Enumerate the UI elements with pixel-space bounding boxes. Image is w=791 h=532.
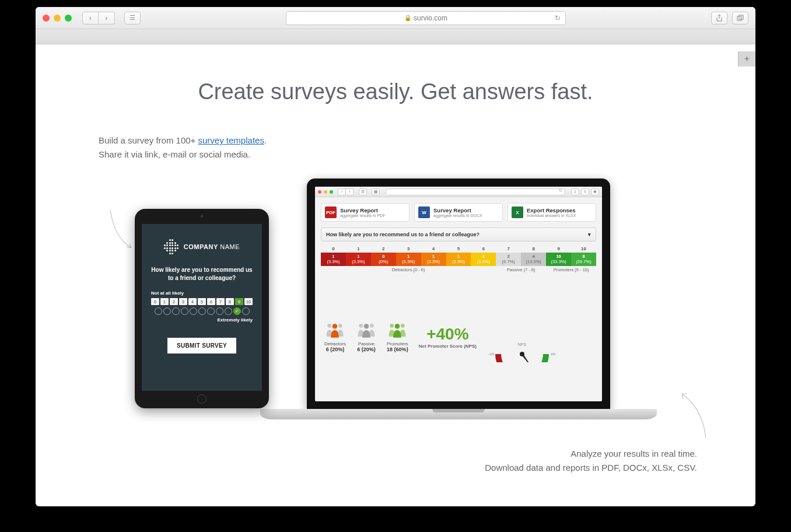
reload-icon[interactable]: ↻: [555, 14, 561, 22]
laptop-screen: ‹ › ☰ ▦ ⇩ ⇧ ✱: [307, 178, 610, 410]
low-anchor-label: Not at all likely: [151, 290, 253, 296]
tab-bar: +: [36, 29, 755, 44]
promoters-range-label: Promoters (9 - 10): [546, 267, 596, 272]
tablet-mockup: COMPANY NAME How likely are you to recom…: [135, 209, 269, 408]
rating-dot-3[interactable]: [181, 307, 188, 315]
svg-point-6: [370, 324, 374, 328]
rating-dot-1[interactable]: [163, 307, 171, 315]
rating-number-1[interactable]: 1: [160, 298, 169, 305]
mini-settings-button[interactable]: ✱: [591, 188, 599, 195]
laptop-base: [260, 409, 657, 419]
question-text: How likely are you to recommend us to a …: [326, 232, 480, 237]
rating-dot-row: ✓: [150, 307, 254, 315]
safari-toolbar: ‹ › ☰ 🔒 survio.com ↻: [36, 7, 755, 29]
mini-close-button[interactable]: [318, 190, 321, 194]
xlsx-icon: X: [512, 206, 523, 218]
export-card-pdf[interactable]: PDFSurvey Reportaggregate results in PDF: [321, 203, 410, 222]
tabs-button[interactable]: [732, 12, 748, 24]
mini-download-button[interactable]: ⇩: [571, 188, 579, 195]
zoom-window-button[interactable]: [65, 15, 72, 22]
back-button[interactable]: ‹: [82, 12, 99, 24]
nps-score: +40% Net Promoter Score (NPS): [419, 325, 477, 349]
sidebar-toggle-button[interactable]: ☰: [124, 12, 141, 24]
logo-dots-icon: [164, 239, 179, 254]
arrow-right-icon: [674, 386, 715, 444]
docx-icon: W: [418, 206, 430, 218]
mini-forward-button[interactable]: ›: [346, 188, 354, 195]
svg-point-21: [520, 352, 524, 356]
nps-cell-0: 01(3.3%): [321, 245, 346, 266]
rating-number-10[interactable]: 10: [244, 298, 253, 305]
rating-number-2[interactable]: 2: [170, 298, 178, 305]
rating-dot-0[interactable]: [155, 307, 162, 315]
nps-cell-5: 51(3.3%): [446, 245, 471, 266]
nps-cell-2: 20(0%): [371, 245, 396, 266]
svg-point-10: [395, 324, 400, 329]
tabs-icon: [737, 15, 744, 22]
rating-dot-6[interactable]: [207, 307, 215, 315]
tablet-screen: COMPANY NAME How likely are you to recom…: [142, 224, 262, 391]
people-icon-promoters: [387, 321, 407, 339]
mini-address-bar[interactable]: [386, 188, 565, 195]
segment-labels: Detractors (0 - 6) Passive (7 - 8) Promo…: [321, 267, 596, 272]
laptop-app-window: ‹ › ☰ ▦ ⇩ ⇧ ✱: [315, 187, 602, 401]
rating-number-4[interactable]: 4: [188, 298, 197, 305]
high-anchor-label: Extremely likely: [151, 317, 253, 323]
nps-cell-10: 108(26.7%): [571, 245, 596, 266]
mini-share-button[interactable]: ⇧: [581, 188, 589, 195]
nps-cell-7: 72(6.7%): [496, 245, 521, 266]
rating-dot-8[interactable]: [225, 307, 232, 315]
mini-back-button[interactable]: ‹: [338, 188, 346, 195]
address-bar[interactable]: 🔒 survio.com ↻: [286, 11, 566, 25]
nps-cell-1: 11(3.3%): [346, 245, 371, 266]
rating-number-9[interactable]: 9: [235, 298, 243, 305]
mini-sidebar-button[interactable]: ☰: [359, 188, 367, 195]
detractors-group: Detractors 6 (20%): [324, 321, 346, 352]
hero-heading: Create surveys easily. Get answers fast.: [94, 79, 697, 104]
export-card-xlsx[interactable]: XExport Responsesindividual answers in X…: [508, 203, 596, 222]
mini-grid-button[interactable]: ▦: [372, 188, 380, 195]
rating-dot-9[interactable]: ✓: [233, 307, 241, 315]
survey-templates-link[interactable]: survey templates: [198, 135, 264, 145]
svg-point-3: [338, 324, 342, 328]
rating-dot-4[interactable]: [190, 307, 197, 315]
share-button[interactable]: [711, 12, 727, 24]
pdf-icon: PDF: [325, 206, 337, 218]
rating-number-5[interactable]: 5: [198, 298, 206, 305]
nps-cell-8: 84(13.3%): [521, 245, 546, 266]
svg-point-7: [364, 324, 369, 329]
rating-dot-2[interactable]: [172, 307, 180, 315]
svg-text:100: 100: [551, 352, 556, 356]
rating-number-7[interactable]: 7: [216, 298, 225, 305]
export-card-docx[interactable]: WSurvey Reportaggregate results in DOCX: [414, 203, 503, 222]
rating-number-3[interactable]: 3: [179, 298, 187, 305]
minimize-window-button[interactable]: [54, 15, 61, 22]
forward-button[interactable]: ›: [99, 12, 115, 24]
traffic-lights: [43, 15, 72, 22]
promoters-group: Promoters 18 (60%): [387, 321, 408, 352]
laptop-mockup: ‹ › ☰ ▦ ⇩ ⇧ ✱: [260, 178, 657, 444]
rating-number-0[interactable]: 0: [151, 298, 159, 305]
tablet-home-button[interactable]: [197, 394, 206, 404]
intro-copy: Build a survey from 100+ survey template…: [99, 134, 697, 162]
rating-number-6[interactable]: 6: [207, 298, 215, 305]
rating-dot-7[interactable]: [216, 307, 223, 315]
rating-number-8[interactable]: 8: [226, 298, 234, 305]
lock-icon: 🔒: [404, 15, 411, 21]
mini-zoom-button[interactable]: [330, 190, 333, 194]
mini-safari-toolbar: ‹ › ☰ ▦ ⇩ ⇧ ✱: [315, 187, 602, 197]
submit-survey-button[interactable]: SUBMIT SURVEY: [167, 338, 236, 354]
share-icon: [716, 15, 723, 22]
svg-point-2: [328, 324, 332, 328]
svg-point-8: [390, 324, 394, 328]
rating-dot-10[interactable]: [242, 307, 250, 315]
close-window-button[interactable]: [43, 15, 50, 22]
mini-minimize-button[interactable]: [324, 190, 327, 194]
rating-dot-5[interactable]: [198, 307, 206, 315]
question-dropdown[interactable]: How likely are you to recommend us to a …: [321, 228, 596, 242]
people-icon-passive: [356, 321, 376, 339]
survey-question: How likely are you to recommend us to a …: [150, 266, 254, 282]
device-mockups: COMPANY NAME How likely are you to recom…: [135, 178, 660, 447]
export-cards: PDFSurvey Reportaggregate results in PDF…: [315, 197, 602, 225]
passive-range-label: Passive (7 - 8): [496, 267, 546, 272]
